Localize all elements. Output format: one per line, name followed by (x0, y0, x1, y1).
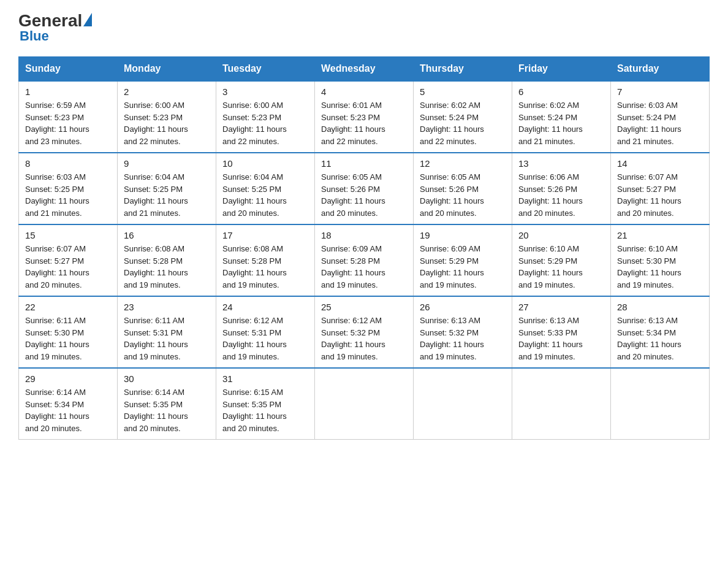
logo: General Blue (18, 12, 92, 44)
day-number: 21 (617, 230, 703, 240)
calendar-cell: 9Sunrise: 6:04 AMSunset: 5:25 PMDaylight… (118, 153, 216, 224)
calendar-cell: 30Sunrise: 6:14 AMSunset: 5:35 PMDayligh… (118, 368, 216, 440)
header-wednesday: Wednesday (315, 57, 414, 82)
day-info: Sunrise: 6:13 AMSunset: 5:32 PMDaylight:… (420, 315, 506, 362)
day-number: 12 (420, 158, 506, 169)
calendar-cell: 18Sunrise: 6:09 AMSunset: 5:28 PMDayligh… (315, 224, 414, 296)
calendar-cell: 16Sunrise: 6:08 AMSunset: 5:28 PMDayligh… (118, 224, 216, 296)
calendar-cell: 27Sunrise: 6:13 AMSunset: 5:33 PMDayligh… (512, 296, 611, 368)
calendar-cell: 29Sunrise: 6:14 AMSunset: 5:34 PMDayligh… (19, 368, 118, 440)
day-number: 20 (518, 230, 604, 240)
day-info: Sunrise: 6:11 AMSunset: 5:31 PMDaylight:… (124, 315, 210, 362)
day-info: Sunrise: 6:07 AMSunset: 5:27 PMDaylight:… (25, 243, 111, 291)
day-number: 8 (25, 158, 111, 169)
calendar-cell: 28Sunrise: 6:13 AMSunset: 5:34 PMDayligh… (611, 296, 710, 368)
day-info: Sunrise: 6:14 AMSunset: 5:34 PMDaylight:… (25, 386, 111, 434)
day-info: Sunrise: 6:59 AMSunset: 5:23 PMDaylight:… (25, 99, 111, 147)
day-info: Sunrise: 6:08 AMSunset: 5:28 PMDaylight:… (222, 243, 308, 291)
day-info: Sunrise: 6:04 AMSunset: 5:25 PMDaylight:… (124, 171, 210, 219)
logo-triangle-icon (83, 13, 92, 26)
calendar-cell (315, 368, 414, 440)
calendar-cell: 25Sunrise: 6:12 AMSunset: 5:32 PMDayligh… (315, 296, 414, 368)
day-number: 27 (518, 302, 604, 312)
day-info: Sunrise: 6:11 AMSunset: 5:30 PMDaylight:… (25, 315, 111, 362)
calendar-table: SundayMondayTuesdayWednesdayThursdayFrid… (18, 56, 710, 440)
calendar-cell: 17Sunrise: 6:08 AMSunset: 5:28 PMDayligh… (216, 224, 315, 296)
calendar-cell: 7Sunrise: 6:03 AMSunset: 5:24 PMDaylight… (611, 81, 710, 153)
day-info: Sunrise: 6:12 AMSunset: 5:32 PMDaylight:… (321, 315, 407, 362)
calendar-cell: 6Sunrise: 6:02 AMSunset: 5:24 PMDaylight… (512, 81, 611, 153)
day-info: Sunrise: 6:00 AMSunset: 5:23 PMDaylight:… (222, 99, 308, 147)
day-number: 28 (617, 302, 703, 312)
calendar-cell: 2Sunrise: 6:00 AMSunset: 5:23 PMDaylight… (118, 81, 216, 153)
calendar-week-row: 22Sunrise: 6:11 AMSunset: 5:30 PMDayligh… (19, 296, 710, 368)
calendar-cell: 10Sunrise: 6:04 AMSunset: 5:25 PMDayligh… (216, 153, 315, 224)
calendar-cell: 23Sunrise: 6:11 AMSunset: 5:31 PMDayligh… (118, 296, 216, 368)
calendar-cell: 3Sunrise: 6:00 AMSunset: 5:23 PMDaylight… (216, 81, 315, 153)
calendar-cell: 19Sunrise: 6:09 AMSunset: 5:29 PMDayligh… (414, 224, 512, 296)
day-number: 26 (420, 302, 506, 312)
logo-blue-text: Blue (18, 28, 49, 44)
day-info: Sunrise: 6:06 AMSunset: 5:26 PMDaylight:… (518, 171, 604, 219)
day-info: Sunrise: 6:09 AMSunset: 5:29 PMDaylight:… (420, 243, 506, 291)
day-number: 9 (124, 158, 210, 169)
day-number: 30 (124, 373, 210, 384)
calendar-cell (414, 368, 512, 440)
day-number: 23 (124, 302, 210, 312)
calendar-cell: 11Sunrise: 6:05 AMSunset: 5:26 PMDayligh… (315, 153, 414, 224)
calendar-week-row: 29Sunrise: 6:14 AMSunset: 5:34 PMDayligh… (19, 368, 710, 440)
day-number: 2 (124, 86, 210, 97)
day-info: Sunrise: 6:10 AMSunset: 5:29 PMDaylight:… (518, 243, 604, 291)
day-info: Sunrise: 6:00 AMSunset: 5:23 PMDaylight:… (124, 99, 210, 147)
day-info: Sunrise: 6:03 AMSunset: 5:25 PMDaylight:… (25, 171, 111, 219)
day-number: 3 (222, 86, 308, 97)
header-friday: Friday (512, 57, 611, 82)
day-info: Sunrise: 6:09 AMSunset: 5:28 PMDaylight:… (321, 243, 407, 291)
calendar-cell: 5Sunrise: 6:02 AMSunset: 5:24 PMDaylight… (414, 81, 512, 153)
day-info: Sunrise: 6:02 AMSunset: 5:24 PMDaylight:… (420, 99, 506, 147)
day-number: 14 (617, 158, 703, 169)
day-info: Sunrise: 6:13 AMSunset: 5:34 PMDaylight:… (617, 315, 703, 362)
page-header: General Blue (18, 12, 710, 44)
day-info: Sunrise: 6:05 AMSunset: 5:26 PMDaylight:… (321, 171, 407, 219)
day-number: 5 (420, 86, 506, 97)
calendar-cell: 12Sunrise: 6:05 AMSunset: 5:26 PMDayligh… (414, 153, 512, 224)
day-info: Sunrise: 6:04 AMSunset: 5:25 PMDaylight:… (222, 171, 308, 219)
calendar-cell: 8Sunrise: 6:03 AMSunset: 5:25 PMDaylight… (19, 153, 118, 224)
day-info: Sunrise: 6:07 AMSunset: 5:27 PMDaylight:… (617, 171, 703, 219)
day-number: 16 (124, 230, 210, 240)
day-number: 31 (222, 373, 308, 384)
day-number: 1 (25, 86, 111, 97)
calendar-cell: 1Sunrise: 6:59 AMSunset: 5:23 PMDaylight… (19, 81, 118, 153)
day-number: 6 (518, 86, 604, 97)
day-info: Sunrise: 6:15 AMSunset: 5:35 PMDaylight:… (222, 386, 308, 434)
header-thursday: Thursday (414, 57, 512, 82)
calendar-cell: 4Sunrise: 6:01 AMSunset: 5:23 PMDaylight… (315, 81, 414, 153)
calendar-week-row: 8Sunrise: 6:03 AMSunset: 5:25 PMDaylight… (19, 153, 710, 224)
day-number: 29 (25, 373, 111, 384)
calendar-cell: 14Sunrise: 6:07 AMSunset: 5:27 PMDayligh… (611, 153, 710, 224)
day-info: Sunrise: 6:08 AMSunset: 5:28 PMDaylight:… (124, 243, 210, 291)
day-info: Sunrise: 6:12 AMSunset: 5:31 PMDaylight:… (222, 315, 308, 362)
calendar-cell: 22Sunrise: 6:11 AMSunset: 5:30 PMDayligh… (19, 296, 118, 368)
calendar-cell: 13Sunrise: 6:06 AMSunset: 5:26 PMDayligh… (512, 153, 611, 224)
calendar-cell: 31Sunrise: 6:15 AMSunset: 5:35 PMDayligh… (216, 368, 315, 440)
day-info: Sunrise: 6:14 AMSunset: 5:35 PMDaylight:… (124, 386, 210, 434)
calendar-cell (611, 368, 710, 440)
day-number: 7 (617, 86, 703, 97)
day-number: 22 (25, 302, 111, 312)
header-monday: Monday (118, 57, 216, 82)
day-number: 15 (25, 230, 111, 240)
calendar-cell (512, 368, 611, 440)
day-number: 24 (222, 302, 308, 312)
day-info: Sunrise: 6:03 AMSunset: 5:24 PMDaylight:… (617, 99, 703, 147)
day-number: 10 (222, 158, 308, 169)
calendar-week-row: 1Sunrise: 6:59 AMSunset: 5:23 PMDaylight… (19, 81, 710, 153)
calendar-cell: 21Sunrise: 6:10 AMSunset: 5:30 PMDayligh… (611, 224, 710, 296)
day-info: Sunrise: 6:05 AMSunset: 5:26 PMDaylight:… (420, 171, 506, 219)
calendar-cell: 26Sunrise: 6:13 AMSunset: 5:32 PMDayligh… (414, 296, 512, 368)
day-number: 4 (321, 86, 407, 97)
calendar-cell: 20Sunrise: 6:10 AMSunset: 5:29 PMDayligh… (512, 224, 611, 296)
header-sunday: Sunday (19, 57, 118, 82)
day-info: Sunrise: 6:01 AMSunset: 5:23 PMDaylight:… (321, 99, 407, 147)
